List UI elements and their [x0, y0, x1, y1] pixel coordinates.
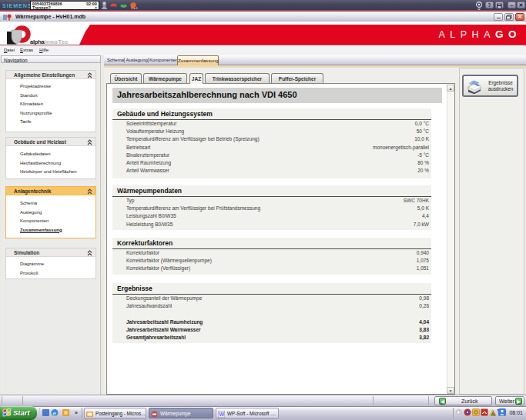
svg-text:innoTec: innoTec: [45, 38, 69, 45]
svg-text:W: W: [219, 412, 225, 417]
svg-text:e: e: [53, 410, 57, 417]
svg-text:alpha: alpha: [30, 38, 45, 45]
svg-text:»: »: [75, 410, 78, 415]
